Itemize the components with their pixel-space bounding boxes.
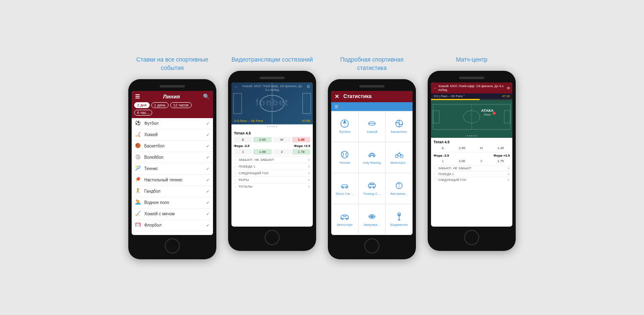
filter-1day[interactable]: 1 день — [151, 102, 169, 108]
sport-name-football: Футбол — [144, 121, 158, 126]
sport-handball[interactable]: 🤾 Гандбол ✓ — [132, 186, 213, 197]
grid-american-label: Америка... — [364, 223, 380, 227]
p2-market-5[interactable]: ☆ ТОТАЛЫ ∨ — [234, 183, 310, 190]
tabletennis-icon: 🏓 — [135, 177, 142, 183]
svg-point-11 — [369, 155, 371, 157]
p4-back-icon[interactable]: ← — [434, 86, 437, 90]
p4-market-2[interactable]: ☆ ПОБЕДА 1 ∨ — [434, 171, 510, 177]
arrow-down-icon-3: ∨ — [308, 171, 310, 175]
p2-market-4[interactable]: ☆ ФОРЫ ∨ — [234, 176, 310, 183]
waterpolo-icon: 🤽 — [135, 199, 142, 206]
hamburger-icon[interactable]: ☰ — [135, 93, 140, 100]
grid-badminton[interactable]: Бадминтон — [385, 204, 413, 235]
grid-motorcycle[interactable]: Motorcycl... — [385, 142, 413, 173]
p2-market-2[interactable]: ☆ ПОБЕДА 1 ∨ — [234, 163, 310, 170]
p4-fora1-val[interactable]: 2.00 — [453, 158, 471, 164]
p4-market-3[interactable]: ☆ СЛЕДУЮЩИЙ ГОЛ ∨ — [434, 177, 510, 183]
p2-fora1-val[interactable]: 1.98 — [253, 149, 271, 155]
p2-market-label-3: СЛЕДУЮЩИЙ ГОЛ — [239, 171, 268, 175]
sport-floorball[interactable]: 🥅 Флорбол ✓ — [132, 220, 213, 231]
phone-home-btn-2[interactable] — [265, 230, 280, 245]
p4-ball-dot — [493, 112, 496, 115]
sport-tabletennis[interactable]: 🏓 Настольный теннис ✓ — [132, 175, 213, 186]
p4-fora-neg: Фора -3.5 — [434, 154, 449, 158]
p2-bet-b-val[interactable]: 2.65 — [253, 137, 271, 142]
filter-2days[interactable]: 2 дня — [134, 102, 150, 108]
grid-stockcar[interactable]: Stock Car ... — [331, 173, 358, 204]
grid-indy[interactable]: Indy Racing — [358, 142, 386, 173]
p4-star-3: ☆ — [434, 178, 436, 182]
grid-hockey[interactable]: Хоккей — [358, 111, 386, 142]
p1-sport-list: ⚽ Футбол ✓ 🏒 Хоккей ✓ 🏀 Баскетбол — [132, 118, 213, 235]
p2-live-score: 3.0 Локо – ХК Рига — [234, 119, 263, 123]
p4-bet-row-fora: 1 2.00 2 1.75 — [434, 158, 510, 164]
sport-hockey[interactable]: 🏒 Хоккей ✓ — [132, 129, 213, 141]
grid-football-label: Футбол — [339, 130, 351, 134]
p2-fora2-val[interactable]: 1.78 — [292, 149, 310, 155]
phone-1: ☰ Линия 🔍 2 дня 1 день 12 часов 6 час... — [128, 79, 216, 259]
star-icon-3: ☆ — [234, 171, 237, 175]
p2-market-3[interactable]: ☆ СЛЕДУЮЩИЙ ГОЛ ∨ — [234, 170, 310, 176]
p3-menu-icon[interactable]: ☰ — [335, 104, 338, 109]
p4-bet-row-total: Б 2.65 М 1.45 — [434, 145, 510, 151]
grid-auto[interactable]: Автоспорт — [331, 204, 358, 235]
search-icon[interactable]: 🔍 — [203, 93, 210, 100]
p4-arrow-2: ∨ — [507, 172, 510, 176]
grid-touring-label: Touring C... — [364, 192, 381, 196]
grid-football[interactable]: Футбол — [331, 111, 358, 142]
svg-point-10 — [341, 151, 348, 158]
close-icon[interactable]: ✕ — [335, 93, 339, 100]
grid-american[interactable]: Америка... — [358, 204, 386, 235]
sport-name-tabletennis: Настольный теннис — [144, 178, 182, 182]
phone-notch-2 — [260, 77, 285, 79]
grid-touring[interactable]: Touring C... — [358, 173, 386, 204]
grid-australian[interactable]: Австрали... — [385, 173, 413, 204]
p2-video-overlay: 3.0 Локо – ХК Рига 47:06 — [231, 119, 313, 123]
p4-market-1[interactable]: ☆ ЗАБЬЮТ- НЕ ЗАБЬЮТ ∨ — [434, 165, 510, 171]
svg-rect-13 — [371, 154, 373, 155]
check-tabletennis: ✓ — [206, 178, 210, 182]
sport-basketball[interactable]: 🏀 Баскетбол ✓ — [132, 141, 213, 152]
arrow-down-icon-5: ∨ — [308, 185, 310, 188]
phone-3: ✕ Статистика ☰ — [328, 79, 416, 259]
grid-basketball[interactable]: Баскетбол — [385, 111, 413, 142]
sport-tennis[interactable]: 🎾 Теннис ✓ — [132, 163, 213, 175]
p4-b-val[interactable]: 2.65 — [453, 145, 471, 151]
sport-volleyball[interactable]: 🏐 Волейбол ✓ — [132, 152, 213, 163]
p4-settings-icon[interactable]: ⚙ — [507, 86, 510, 90]
p4-m-val[interactable]: 1.45 — [491, 145, 510, 151]
sport-name-volleyball: Волейбол — [144, 155, 164, 160]
sport-name-basketball: Баскетбол — [144, 144, 164, 148]
p4-fora2-val[interactable]: 1.75 — [491, 158, 510, 164]
p4-attack-label: АТАКА — [481, 108, 493, 113]
p4-b-label: Б — [434, 145, 452, 151]
p2-bet-m-val[interactable]: 1.45 — [292, 137, 310, 142]
filter-6h[interactable]: 6 час... — [134, 110, 152, 116]
star-icon-4: ☆ — [234, 178, 237, 182]
phone-screen-4: ← Хоккей. МХЛ. Плей-офф. 1/8 финала. До … — [431, 83, 512, 227]
p4-star-1: ☆ — [434, 166, 436, 170]
p4-star-2: ☆ — [434, 172, 436, 176]
sport-football[interactable]: ⚽ Футбол ✓ — [132, 118, 213, 129]
p2-bet-b-label: Б — [234, 137, 252, 142]
p4-fora1-label: 1 — [434, 158, 452, 164]
p3-header: ✕ Статистика — [331, 91, 413, 102]
svg-point-25 — [346, 218, 348, 220]
sport-waterpolo[interactable]: 🤽 Водное поло ✓ — [132, 197, 213, 209]
grid-tennis[interactable]: Теннис — [331, 142, 358, 173]
p4-title: Хоккей. МХЛ. Плей-офф. 1/8 финала. До 3-… — [439, 84, 507, 92]
sport-bandy[interactable]: 🏑 Хоккей с мячом ✓ — [132, 209, 213, 220]
svg-point-20 — [369, 187, 371, 188]
p2-bet-row-fora: 1 1.98 2 1.78 — [234, 149, 310, 155]
check-bandy: ✓ — [206, 212, 210, 216]
grid-tennis-label: Теннис — [339, 161, 350, 165]
p4-fora-row: Фора -3.5 Фора +3.5 — [434, 154, 510, 158]
p2-total-label: Тотал 4.5 — [234, 131, 310, 135]
p2-market-1[interactable]: ☆ ЗАБЬЮТ- НЕ ЗАБЬЮТ ∨ — [234, 156, 310, 163]
phone-home-btn-1[interactable] — [165, 238, 180, 253]
phone-home-btn-3[interactable] — [364, 238, 379, 253]
phone-home-btn-4[interactable] — [464, 230, 479, 245]
grid-auto-label: Автоспорт — [337, 223, 353, 227]
p2-bet-row-total: Б 2.65 М 1.45 — [234, 137, 310, 142]
filter-12h[interactable]: 12 часов — [170, 102, 192, 108]
